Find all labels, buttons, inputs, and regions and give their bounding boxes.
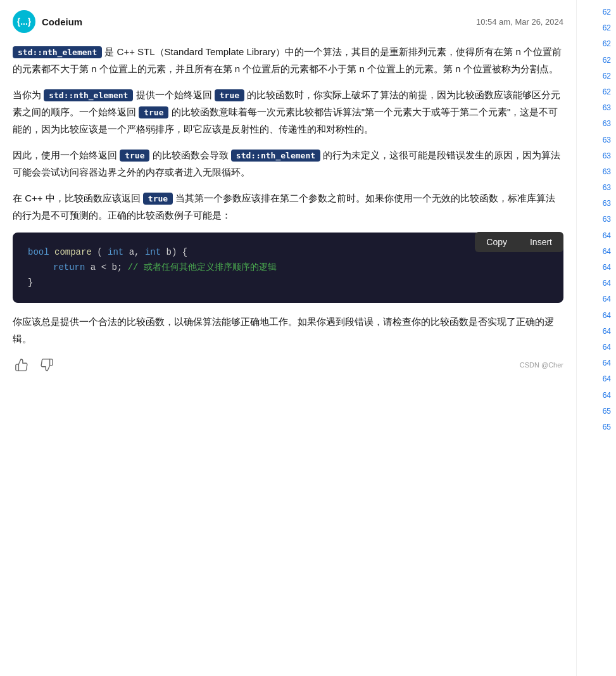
insert-button[interactable]: Insert bbox=[519, 232, 563, 252]
line-number[interactable]: 64 bbox=[579, 260, 613, 275]
keyword-int-1: int bbox=[108, 247, 123, 257]
feedback-icons bbox=[13, 356, 56, 374]
message-header: {...} Codeium 10:54 am, Mar 26, 2024 bbox=[13, 10, 563, 33]
line-number[interactable]: 64 bbox=[579, 309, 613, 323]
inline-code-nth-element-1: std::nth_element bbox=[13, 46, 102, 58]
paragraph-2: 当你为 std::nth_element 提供一个始终返回 true 的比较函数… bbox=[13, 86, 563, 137]
line-number[interactable]: 63 bbox=[579, 149, 613, 163]
line-number[interactable]: 62 bbox=[579, 85, 613, 99]
line-number[interactable]: 64 bbox=[579, 229, 613, 243]
right-sidebar: 62 62 62 62 62 62 63 63 63 63 63 63 63 6… bbox=[576, 0, 616, 676]
line-number[interactable]: 63 bbox=[579, 101, 613, 115]
code-line-1: bool compare ( int a, int b) { bbox=[28, 245, 548, 260]
line-number[interactable]: 64 bbox=[579, 372, 613, 386]
code-block-wrapper: Copy Insert bool compare ( int a, int b)… bbox=[13, 233, 563, 303]
line-number[interactable]: 62 bbox=[579, 21, 613, 35]
paragraph-4: 在 C++ 中，比较函数应该返回 true 当其第一个参数应该排在第二个参数之前… bbox=[13, 189, 563, 224]
keyword-bool: bool bbox=[28, 247, 49, 257]
inline-code-true-2: true bbox=[139, 106, 168, 118]
copy-button[interactable]: Copy bbox=[475, 232, 519, 252]
code-comment: // 或者任何其他定义排序顺序的逻辑 bbox=[128, 262, 277, 272]
line-number[interactable]: 62 bbox=[579, 69, 613, 84]
line-number[interactable]: 64 bbox=[579, 292, 613, 307]
line-number[interactable]: 64 bbox=[579, 388, 613, 403]
sender-name: Codeium bbox=[42, 16, 82, 27]
line-number[interactable]: 64 bbox=[579, 340, 613, 355]
paragraph-3: 因此，使用一个始终返回 true 的比较函数会导致 std::nth_eleme… bbox=[13, 146, 563, 181]
function-name: compare bbox=[54, 247, 92, 257]
watermark: CSDN @Cher bbox=[520, 361, 563, 369]
line-number[interactable]: 62 bbox=[579, 53, 613, 68]
line-number[interactable]: 63 bbox=[579, 181, 613, 195]
dislike-button[interactable] bbox=[38, 356, 56, 374]
paragraph-1: std::nth_element 是 C++ STL（Standard Temp… bbox=[13, 43, 563, 77]
avatar: {...} bbox=[13, 10, 35, 33]
timestamp: 10:54 am, Mar 26, 2024 bbox=[476, 17, 563, 27]
line-number[interactable]: 62 bbox=[579, 5, 613, 20]
line-number[interactable]: 65 bbox=[579, 420, 613, 435]
inline-code-true-1: true bbox=[215, 89, 244, 101]
code-line-2: return a < b; // 或者任何其他定义排序顺序的逻辑 bbox=[28, 260, 548, 276]
sender-info: {...} Codeium bbox=[13, 10, 82, 33]
line-number[interactable]: 64 bbox=[579, 356, 613, 371]
line-number[interactable]: 64 bbox=[579, 245, 613, 259]
keyword-int-2: int bbox=[145, 247, 161, 257]
like-button[interactable] bbox=[13, 356, 30, 374]
inline-code-true-3: true bbox=[120, 150, 149, 162]
line-number[interactable]: 65 bbox=[579, 404, 613, 419]
line-number[interactable]: 63 bbox=[579, 117, 613, 131]
message-body: std::nth_element 是 C++ STL（Standard Temp… bbox=[13, 43, 563, 347]
inline-code-nth-element-3: std::nth_element bbox=[231, 150, 320, 162]
line-number[interactable]: 64 bbox=[579, 276, 613, 291]
last-paragraph: 你应该总是提供一个合法的比较函数，以确保算法能够正确地工作。如果你遇到段错误，请… bbox=[13, 313, 563, 347]
inline-code-true-4: true bbox=[143, 193, 173, 205]
message-footer: CSDN @Cher bbox=[13, 356, 563, 374]
inline-code-nth-element-2: std::nth_element bbox=[44, 89, 133, 101]
line-number[interactable]: 63 bbox=[579, 133, 613, 148]
line-number[interactable]: 64 bbox=[579, 324, 613, 339]
code-actions-toolbar: Copy Insert bbox=[475, 232, 563, 252]
line-number[interactable]: 63 bbox=[579, 212, 613, 227]
code-line-3: } bbox=[28, 276, 548, 291]
line-number[interactable]: 62 bbox=[579, 37, 613, 51]
line-number[interactable]: 63 bbox=[579, 196, 613, 211]
line-number[interactable]: 63 bbox=[579, 165, 613, 179]
keyword-return: return bbox=[53, 262, 85, 272]
